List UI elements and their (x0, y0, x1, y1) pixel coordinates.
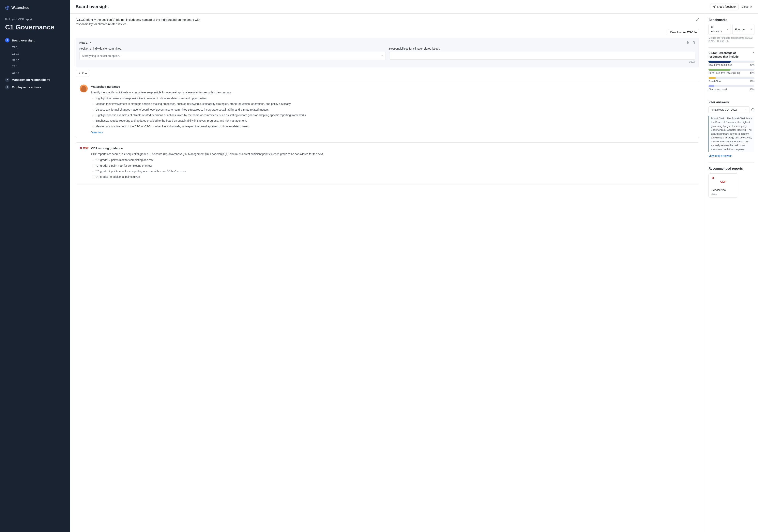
filter-label: All scores (735, 28, 745, 31)
cdp-bullet: "B" grade: 2 points max for completing o… (95, 169, 695, 173)
plus-icon (78, 72, 81, 74)
sidebar-subitem[interactable]: C1.1c (12, 63, 65, 69)
bar-name: Board-level committee (708, 63, 732, 67)
sidebar-item-label: Employee incentives (12, 85, 41, 89)
recommended-card-title: ServiceNow (711, 188, 735, 192)
main: Board oversight Share feedback Close [C1… (70, 0, 758, 532)
recommended-title: Recommended reports (708, 166, 754, 171)
row-toggle[interactable]: Row 1 (79, 41, 92, 45)
delete-row-button[interactable] (692, 41, 695, 44)
brand: Watershed (5, 5, 65, 10)
position-select[interactable]: Start typing to select an option... (79, 52, 386, 60)
close-label: Close (741, 5, 748, 9)
topbar: Board oversight Share feedback Close (70, 0, 758, 14)
cdp-scoring-title: CDP scoring guidance (91, 146, 695, 151)
close-icon (750, 5, 752, 8)
bar-name: Chief Executive Officer (CEO) (708, 71, 740, 75)
copy-row-button[interactable] (686, 41, 690, 44)
cdp-bullet: "D" grade: 2 points max for completing o… (95, 158, 695, 162)
question-text: [C1.1a] Identify the position(s) (do not… (76, 18, 202, 26)
guidance-list: Highlight their roles and responsibiliti… (91, 96, 695, 128)
step-badge: 3 (5, 85, 10, 89)
char-counter: 0/2500 (389, 60, 696, 64)
right-panel: Benchmarks All industries All scores Met… (705, 14, 758, 532)
field-label-responsibilities: Responsibilities for climate-related iss… (389, 47, 696, 51)
sidebar-subitem[interactable]: C1.1 (12, 44, 65, 50)
sidebar-subitem[interactable]: C1.1d (12, 70, 65, 76)
sidebar-item-incentives[interactable]: 3 Employee incentives (5, 84, 65, 91)
chevron-down-icon (380, 54, 383, 57)
sidebar-subnav: C1.1 C1.1a C1.1b C1.1c C1.1d (5, 44, 65, 76)
responsibilities-textarea[interactable] (389, 52, 696, 60)
guidance-bullet: Mention their involvement in strategic d… (95, 102, 695, 106)
guidance-title: Watershed guidance (91, 85, 695, 89)
peer-title: Peer answers (708, 100, 754, 104)
metric-bar: Director on board13% (708, 85, 754, 91)
step-badge: 2 (5, 78, 10, 82)
avatar (80, 85, 87, 92)
guidance-bullet: Discuss any formal changes made to board… (95, 108, 695, 112)
view-entire-answer-link[interactable]: View entire answer (708, 154, 732, 158)
metric-section: C1.1a: Percentage of responses that incl… (708, 48, 754, 91)
close-button[interactable]: Close (741, 5, 752, 9)
guidance-bullet: Mention any involvement of the CFO or CS… (95, 124, 695, 128)
bar-name: Board Chair (708, 80, 721, 83)
brand-name: Watershed (12, 5, 29, 10)
position-placeholder: Start typing to select an option... (82, 54, 121, 58)
download-icon (694, 31, 697, 34)
cdp-bullet: "A" grade: no additional points given (95, 175, 695, 179)
peer-select[interactable]: Alma Media CDP 2022 (708, 106, 750, 113)
download-csv-label: Download as CSV (670, 31, 693, 34)
bar-value: 48% (750, 71, 754, 75)
recommended-section: Recommended reports CDP ServiceNow 2021 (708, 162, 754, 198)
peer-quote: Board Chair | The Board Chair leads the … (708, 116, 754, 152)
cdp-brand: CDP (720, 180, 726, 183)
recommended-report-card[interactable]: CDP ServiceNow 2021 (708, 173, 738, 198)
question-id: [C1.1a] (76, 18, 86, 21)
metric-title: C1.1a: Percentage of responses that incl… (708, 51, 750, 59)
cdp-scoring-card: CDP CDP scoring guidance CDP reports are… (76, 142, 699, 185)
add-row-button[interactable]: Row (76, 70, 90, 76)
bar-name: Director on board (708, 88, 727, 91)
question-body: Identify the position(s) (do not include… (76, 18, 200, 26)
sidebar-item-management[interactable]: 2 Management responsibility (5, 76, 65, 84)
view-less-link[interactable]: View less (91, 131, 103, 134)
step-badge: 1 (5, 38, 10, 43)
download-csv-button[interactable]: Download as CSV (668, 29, 699, 35)
guidance-bullet: Highlight their roles and responsibiliti… (95, 96, 695, 100)
chevron-down-icon (750, 28, 752, 31)
filter-label: All industries (710, 26, 724, 33)
metric-bar: Board-level committee49% (708, 61, 754, 67)
peer-answers-section: Peer answers Alma Media CDP 2022 Board C… (708, 96, 754, 158)
chevron-down-icon (726, 28, 729, 31)
sidebar-item-label: Management responsibility (12, 78, 50, 82)
info-icon[interactable] (751, 108, 754, 111)
chevron-down-icon (745, 109, 747, 111)
bar-value: 49% (750, 63, 754, 67)
content: [C1.1a] Identify the position(s) (do not… (70, 14, 705, 532)
sidebar-subitem[interactable]: C1.1b (12, 57, 65, 63)
sidebar-item-board-oversight[interactable]: 1 Board oversight (5, 37, 65, 44)
field-label-position: Position of individual or committee (79, 47, 386, 51)
guidance-intro: Identify the specific individuals or com… (91, 90, 695, 94)
send-icon (713, 5, 715, 8)
cdp-bullet: "C" grade: 1 point max for completing on… (95, 164, 695, 168)
expand-icon[interactable] (752, 51, 754, 54)
cdp-scoring-list: "D" grade: 2 points max for completing o… (91, 158, 695, 179)
page-title: Board oversight (76, 4, 109, 10)
score-filter[interactable]: All scores (732, 24, 755, 35)
share-feedback-label: Share feedback (717, 5, 736, 8)
sidebar-title: C1 Governance (5, 23, 65, 31)
sidebar-subtitle: Build your CDP report (5, 18, 65, 21)
share-feedback-button[interactable]: Share feedback (710, 4, 739, 10)
industry-filter[interactable]: All industries (708, 24, 731, 35)
sidebar-item-label: Board oversight (12, 38, 35, 43)
metric-bar: Board Chair16% (708, 77, 754, 83)
chevron-up-icon (89, 41, 92, 44)
peer-select-label: Alma Media CDP 2022 (710, 108, 737, 112)
sidebar-subitem[interactable]: C1.1a (12, 51, 65, 57)
collapse-panel-icon[interactable] (696, 18, 699, 21)
recommended-card-year: 2021 (711, 192, 735, 195)
cdp-logo-icon: CDP (711, 176, 735, 184)
watershed-guidance-card: Watershed guidance Identify the specific… (76, 81, 699, 138)
